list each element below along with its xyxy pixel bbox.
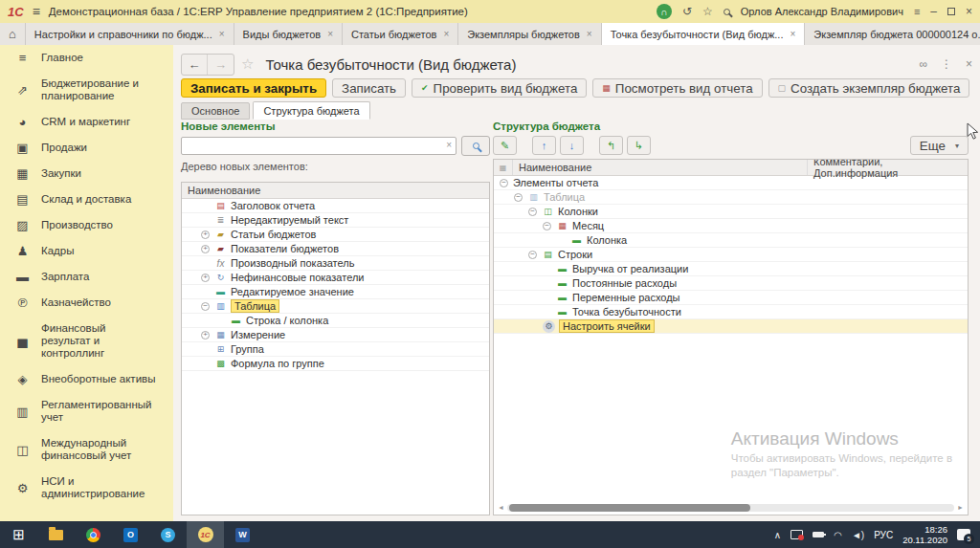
back-button[interactable]: ← bbox=[182, 55, 208, 75]
scroll-left-icon[interactable]: ◄ bbox=[498, 504, 504, 511]
search-icon[interactable] bbox=[724, 9, 730, 15]
tab-budget-settings[interactable]: Настройки и справочники по бюдж...× bbox=[26, 23, 234, 45]
tab-budget-structure[interactable]: Структура бюджета bbox=[253, 101, 369, 120]
move-up-button[interactable]: ↑ bbox=[532, 136, 556, 155]
clear-search-icon[interactable]: × bbox=[446, 140, 452, 150]
search-button[interactable] bbox=[461, 136, 490, 156]
collapse-icon[interactable]: − bbox=[514, 193, 523, 202]
tab-budget-instances[interactable]: Экземпляры бюджетов× bbox=[458, 23, 601, 45]
maximize-button[interactable] bbox=[947, 8, 955, 15]
structure-item-column[interactable]: ▬Колонка bbox=[494, 233, 968, 248]
save-button[interactable]: Записать bbox=[332, 78, 406, 98]
expand-icon[interactable]: + bbox=[201, 245, 210, 253]
sidebar-item-production[interactable]: ▨Производство bbox=[0, 212, 173, 238]
expand-icon[interactable]: + bbox=[201, 230, 210, 239]
service-menu-icon[interactable]: ≡ bbox=[914, 6, 920, 17]
move-down-button[interactable]: ↓ bbox=[560, 136, 584, 155]
move-into-group-button[interactable]: ↰ bbox=[599, 136, 623, 155]
column-header[interactable]: Наименование bbox=[182, 183, 489, 199]
sidebar-item-hr[interactable]: ♟Кадры bbox=[0, 238, 173, 264]
outlook-button[interactable]: O bbox=[112, 521, 149, 548]
skype-button[interactable]: S bbox=[149, 521, 187, 548]
tray-chevron-up-icon[interactable]: ∧ bbox=[774, 530, 781, 540]
1c-enterprise-button[interactable]: 1С bbox=[187, 521, 224, 548]
tree-item-report-header[interactable]: ▤Заголовок отчета bbox=[182, 199, 489, 213]
tree-item-group-formula[interactable]: ▩Формула по группе bbox=[182, 357, 489, 371]
sidebar-item-purchasing[interactable]: ▦Закупки bbox=[0, 161, 173, 186]
sidebar-item-international-accounting[interactable]: ◫Международный финансовый учет bbox=[0, 430, 173, 469]
sidebar-item-crm[interactable]: ◕CRM и маркетинг bbox=[0, 109, 173, 135]
tab-budget-articles[interactable]: Статьи бюджетов× bbox=[343, 23, 458, 45]
view-report-button[interactable]: ▦Посмотреть вид отчета bbox=[592, 78, 762, 98]
file-explorer-button[interactable] bbox=[37, 521, 75, 548]
structure-item-month[interactable]: −▦Месяц bbox=[494, 219, 968, 233]
collapse-icon[interactable]: − bbox=[528, 208, 537, 216]
collapse-icon[interactable]: − bbox=[500, 179, 508, 187]
move-out-of-group-button[interactable]: ↳ bbox=[627, 136, 651, 155]
start-button[interactable]: ⊞ bbox=[0, 521, 37, 548]
tree-item-budget-articles[interactable]: +▰Статьи бюджетов bbox=[182, 228, 489, 242]
column-header-comment[interactable]: Комментарий, Доп.информация bbox=[807, 160, 968, 175]
notifications-bell-icon[interactable]: ∩ bbox=[657, 4, 672, 19]
minimize-button[interactable]: – bbox=[930, 5, 937, 18]
forward-button[interactable]: → bbox=[208, 55, 234, 75]
user-name[interactable]: Орлов Александр Владимирович bbox=[741, 6, 903, 17]
structure-more-button[interactable]: Еще bbox=[910, 136, 969, 155]
favorites-star-icon[interactable]: ☆ bbox=[702, 5, 713, 18]
clock[interactable]: 18:26 20.11.2020 bbox=[902, 524, 947, 545]
column-header-name[interactable]: Наименование bbox=[513, 162, 807, 173]
horizontal-scrollbar[interactable]: ◄ ► bbox=[498, 503, 964, 512]
grid-settings-icon[interactable]: ▦ bbox=[494, 160, 513, 175]
sidebar-item-noncurrent-assets[interactable]: ◈Внеоборотные активы bbox=[0, 366, 173, 392]
tab-breakeven-point[interactable]: Точка безубыточности (Вид бюдж...× bbox=[602, 23, 806, 45]
sidebar-item-nsi-administration[interactable]: ⚙НСИ и администрирование bbox=[0, 469, 173, 507]
hamburger-menu-icon[interactable]: ≡ bbox=[33, 4, 40, 19]
favorite-star-icon[interactable]: ☆ bbox=[241, 55, 254, 73]
tree-item-derived-indicator[interactable]: fxПроизводный показатель bbox=[182, 256, 489, 271]
edit-button[interactable]: ✎ bbox=[493, 136, 517, 155]
expand-icon[interactable]: + bbox=[201, 274, 210, 282]
close-form-icon[interactable]: × bbox=[966, 57, 972, 71]
sidebar-item-budgeting[interactable]: ⇗Бюджетирование и планирование bbox=[0, 71, 173, 109]
history-icon[interactable]: ↺ bbox=[682, 5, 692, 18]
sidebar-item-regulated-accounting[interactable]: ▥Регламентированный учет bbox=[0, 392, 173, 430]
close-window-button[interactable]: × bbox=[966, 5, 972, 18]
scroll-right-icon[interactable]: ► bbox=[957, 504, 964, 511]
sidebar-item-main[interactable]: ≡Главное bbox=[0, 45, 173, 71]
tree-item-group[interactable]: ⊞Группа bbox=[182, 342, 489, 357]
create-budget-instance-button[interactable]: ▢Создать экземпляр бюджета bbox=[768, 78, 970, 98]
tab-budget-instance-124[interactable]: Экземпляр бюджета 000000124 о...× bbox=[805, 23, 980, 45]
close-tab-icon[interactable]: × bbox=[443, 29, 449, 39]
structure-item-rows[interactable]: −▤Строки bbox=[494, 248, 968, 262]
collapse-icon[interactable]: − bbox=[201, 302, 210, 311]
more-dots-icon[interactable]: ⋮ bbox=[941, 57, 952, 71]
structure-item-fixed-costs[interactable]: ▬Постоянные расходы bbox=[494, 276, 968, 291]
close-tab-icon[interactable]: × bbox=[219, 29, 225, 39]
close-tab-icon[interactable]: × bbox=[790, 29, 795, 39]
tree-item-budget-indicators[interactable]: +▰Показатели бюджетов bbox=[182, 242, 489, 256]
structure-item-configure-cells[interactable]: ⚙Настроить ячейки bbox=[494, 319, 968, 334]
language-indicator[interactable]: РУС bbox=[874, 530, 893, 540]
wifi-icon[interactable]: ◠ bbox=[834, 530, 842, 540]
tab-budget-types[interactable]: Виды бюджетов× bbox=[234, 23, 343, 45]
close-tab-icon[interactable]: × bbox=[327, 29, 333, 39]
sidebar-item-sales[interactable]: ▣Продажи bbox=[0, 135, 173, 161]
sidebar-item-financial-result[interactable]: ▅Финансовый результат и контроллинг bbox=[0, 316, 173, 366]
sidebar-item-payroll[interactable]: ▬Зарплата bbox=[0, 264, 173, 290]
save-and-close-button[interactable]: Записать и закрыть bbox=[181, 78, 326, 98]
structure-item-breakeven-point[interactable]: ▬Точка безубыточности bbox=[494, 305, 968, 319]
tree-item-dimension[interactable]: +▦Измерение bbox=[182, 328, 489, 342]
structure-item-columns[interactable]: −◫Колонки bbox=[494, 205, 968, 219]
check-budget-type-button[interactable]: ✔Проверить вид бюджета bbox=[412, 78, 587, 98]
expand-icon[interactable]: + bbox=[201, 331, 210, 340]
collapse-icon[interactable]: − bbox=[528, 251, 537, 259]
screen-capture-icon[interactable] bbox=[791, 530, 803, 539]
tree-item-nonfinancial-indicators[interactable]: +↻Нефинансовые показатели bbox=[182, 271, 489, 285]
notification-center-icon[interactable]: 5 bbox=[957, 529, 970, 540]
structure-item-revenue[interactable]: ▬Выручка от реализации bbox=[494, 262, 968, 276]
search-input[interactable] bbox=[181, 137, 457, 155]
sidebar-item-treasury[interactable]: ℗Казначейство bbox=[0, 290, 173, 316]
chrome-button[interactable] bbox=[75, 521, 112, 548]
tree-item-row-column[interactable]: ▬Строка / колонка bbox=[182, 314, 489, 328]
sidebar-item-warehouse[interactable]: ▤Склад и доставка bbox=[0, 186, 173, 212]
